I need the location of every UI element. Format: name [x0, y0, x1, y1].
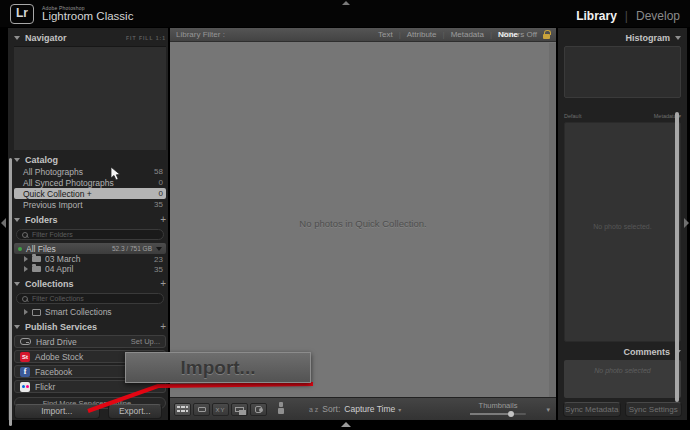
publish-services-title: Publish Services: [25, 322, 97, 332]
folder-item-03-march[interactable]: 03 March 23: [14, 254, 166, 264]
collection-item-smart-collections[interactable]: Smart Collections: [14, 307, 166, 317]
filter-option-metadata[interactable]: Metadata: [451, 30, 484, 39]
sort-label: Sort:: [322, 404, 340, 414]
chevron-right-icon[interactable]: [24, 309, 28, 315]
empty-collection-message: No photos in Quick Collection.: [170, 218, 556, 229]
publish-service-label: Adobe Stock: [35, 352, 83, 362]
item-count: 35: [154, 265, 166, 274]
painter-tool-button[interactable]: [277, 402, 285, 417]
chevron-down-icon: [14, 158, 20, 162]
folders-header[interactable]: Folders +: [14, 213, 166, 226]
grid-view-button[interactable]: [174, 403, 191, 416]
catalog-item-previous-import[interactable]: Previous Import 35: [14, 199, 166, 210]
left-panel-scrollbar[interactable]: [9, 158, 12, 426]
comments-empty-message: No photo selected: [564, 367, 681, 374]
volume-all-files[interactable]: All Files 52.3 / 751 GB: [14, 243, 166, 254]
thumbnail-slider[interactable]: [470, 413, 526, 415]
publish-services-header[interactable]: Publish Services +: [14, 320, 166, 333]
export-button[interactable]: Export...: [108, 404, 162, 419]
folder-label: 03 March: [45, 254, 80, 264]
thumbnails-label: Thumbnails: [470, 401, 526, 410]
sync-metadata-button[interactable]: Sync Metadata: [563, 402, 621, 417]
item-count: 0: [159, 189, 163, 198]
filter-option-none[interactable]: None: [498, 30, 518, 39]
catalog-item-all-photographs[interactable]: All Photographs 58: [14, 166, 166, 177]
import-callout: Import...: [125, 352, 311, 383]
add-folder-button[interactable]: +: [160, 214, 166, 225]
filter-separator: |: [399, 30, 401, 39]
navigator-header[interactable]: Navigator FIT FILL 1:1: [14, 31, 166, 44]
histogram-display: [564, 46, 681, 98]
metadata-panel-header[interactable]: Default Metadata ▾: [558, 112, 687, 120]
chevron-down-icon: [14, 36, 20, 40]
sync-settings-button[interactable]: Sync Settings: [625, 402, 683, 417]
folder-item-04-april[interactable]: 04 April 35: [14, 264, 166, 274]
slider-fill: [470, 413, 509, 415]
module-picker: Library | Develop: [576, 9, 680, 23]
catalog-item-label: All Photographs: [23, 167, 83, 177]
add-collection-button[interactable]: +: [160, 278, 166, 289]
chevron-right-icon[interactable]: [24, 266, 28, 272]
search-icon: [22, 232, 28, 238]
catalog-item-quick-collection[interactable]: Quick Collection + 0: [14, 188, 166, 199]
compare-view-button[interactable]: XY: [212, 403, 229, 416]
chevron-down-icon: [14, 325, 20, 329]
filter-folders-input[interactable]: Filter Folders: [16, 229, 164, 240]
folders-title: Folders: [25, 215, 58, 225]
right-panel-scrollbar[interactable]: [675, 112, 679, 402]
thumbnail-size-control: Thumbnails: [470, 401, 526, 415]
adobe-stock-icon: St: [20, 352, 30, 362]
loupe-view-button[interactable]: [193, 403, 210, 416]
metadata-preset-dropdown[interactable]: Default: [564, 113, 581, 119]
folder-label: 04 April: [45, 264, 73, 274]
catalog-item-all-synced[interactable]: All Synced Photographs 0: [14, 177, 166, 188]
catalog-item-label: Quick Collection +: [23, 189, 92, 199]
navigator-title: Navigator: [25, 33, 67, 43]
item-count: 35: [154, 200, 163, 209]
sort-direction-button[interactable]: a z: [309, 406, 318, 413]
grid-icon: [177, 406, 188, 413]
module-develop[interactable]: Develop: [636, 9, 680, 23]
left-panel-collapse-icon[interactable]: [1, 218, 6, 228]
sort-value-dropdown[interactable]: Capture Time: [344, 404, 395, 414]
publish-service-hard-drive[interactable]: Hard Drive Set Up...: [14, 335, 166, 348]
add-publish-service-button[interactable]: +: [160, 321, 166, 332]
filter-option-text[interactable]: Text: [378, 30, 393, 39]
top-panel-reveal-icon[interactable]: [342, 1, 350, 5]
lightroom-window: Lr Adobe Photoshop Lightroom Classic Lib…: [0, 0, 690, 430]
slider-knob[interactable]: [508, 411, 514, 417]
grid-scrollbar-track[interactable]: [549, 43, 556, 397]
publish-service-label: Flickr: [35, 382, 55, 392]
comments-header[interactable]: Comments: [558, 345, 687, 358]
chevron-down-icon[interactable]: [156, 247, 162, 251]
toolbar-options-chevron[interactable]: ▾: [546, 406, 550, 414]
histogram-header[interactable]: Histogram: [558, 31, 687, 44]
setup-link[interactable]: Set Up...: [131, 337, 160, 346]
catalog-header[interactable]: Catalog: [14, 153, 166, 166]
facebook-icon: f: [20, 367, 30, 377]
chevron-right-icon[interactable]: [24, 256, 28, 262]
collections-title: Collections: [25, 279, 74, 289]
filmstrip-reveal-icon[interactable]: [341, 422, 351, 427]
collections-header[interactable]: Collections +: [14, 277, 166, 290]
module-library[interactable]: Library: [576, 9, 617, 23]
chevron-down-icon: [675, 36, 681, 40]
catalog-item-label: All Synced Photographs: [23, 178, 114, 188]
import-button[interactable]: Import...: [14, 404, 100, 419]
publish-service-label: Hard Drive: [36, 337, 77, 347]
people-view-button[interactable]: [250, 403, 267, 416]
survey-view-button[interactable]: [231, 403, 248, 416]
metadata-empty-message: No photo selected.: [565, 223, 680, 230]
filter-collections-input[interactable]: Filter Collections: [16, 293, 164, 304]
navigator-zoom-options[interactable]: FIT FILL 1:1: [126, 35, 166, 41]
filter-option-attribute[interactable]: Attribute: [407, 30, 437, 39]
people-icon: [255, 406, 262, 413]
right-panel-collapse-icon[interactable]: [684, 218, 689, 228]
filter-lock-icon[interactable]: [543, 34, 550, 39]
brand-large: Lightroom Classic: [42, 10, 133, 22]
chevron-down-icon: [14, 218, 20, 222]
item-count: 0: [159, 178, 163, 187]
metadata-panel: No photo selected.: [564, 122, 681, 342]
filter-separator: |: [490, 30, 492, 39]
catalog-title: Catalog: [25, 155, 58, 165]
